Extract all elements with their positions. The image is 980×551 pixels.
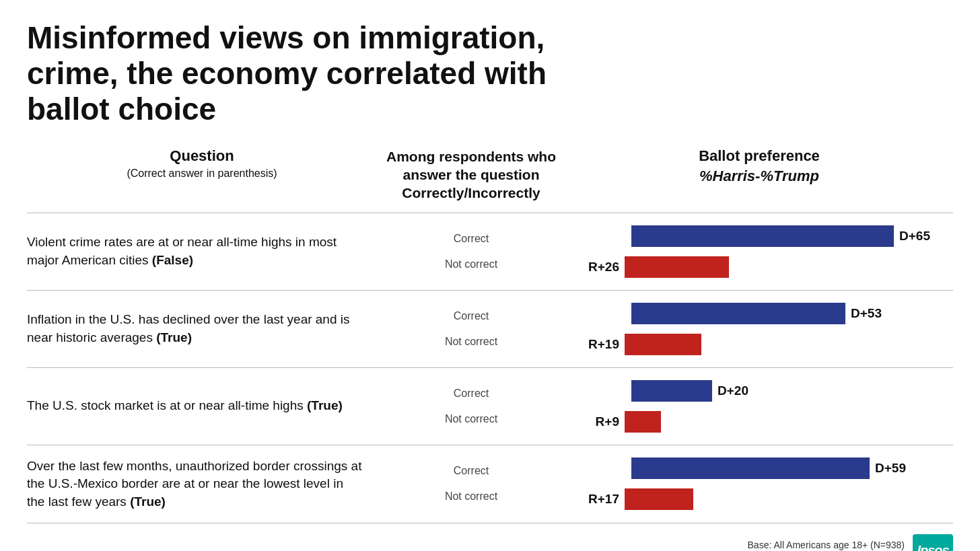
data-rows: Violent crime rates are at or near all-t… [27, 213, 953, 524]
correct-bar [631, 225, 894, 247]
not-correct-bar [625, 488, 693, 510]
not-correct-bar [625, 334, 701, 355]
not-correct-bar [625, 411, 661, 433]
main-title: Misinformed views on immigration, crime,… [27, 20, 633, 127]
table-row: Over the last few months, unauthorized b… [27, 445, 953, 524]
question-cell: The U.S. stock market is at or near all-… [27, 397, 377, 415]
not-correct-bar-row: R+9 [572, 411, 953, 433]
correct-value-label: D+20 [718, 383, 765, 398]
col-question-header: Question (Correct answer in parenthesis) [27, 147, 377, 203]
not-correct-label: Not correct [377, 258, 565, 270]
respondent-cell: CorrectNot correct [377, 465, 565, 503]
correct-value-label: D+53 [851, 306, 898, 321]
correct-bar [631, 457, 870, 479]
table-row: Inflation in the U.S. has declined over … [27, 291, 953, 368]
not-correct-value-label: R+26 [572, 260, 619, 274]
not-correct-bar-row: R+19 [572, 334, 953, 355]
footer: © Ipsos Week in Review Base: All America… [27, 534, 953, 551]
correct-bar [631, 303, 845, 324]
correct-label: Correct [377, 465, 565, 477]
chart-cell: D+20R+9 [565, 380, 953, 433]
table-header: Question (Correct answer in parenthesis)… [27, 147, 953, 206]
not-correct-bar-row: R+26 [572, 256, 953, 278]
correct-label: Correct [377, 310, 565, 322]
not-correct-bar [625, 256, 729, 278]
not-correct-value-label: R+17 [572, 492, 619, 507]
not-correct-value-label: R+9 [572, 414, 619, 429]
not-correct-bar-row: R+17 [572, 488, 953, 510]
respondent-cell: CorrectNot correct [377, 310, 565, 348]
correct-label: Correct [377, 388, 565, 400]
question-cell: Over the last few months, unauthorized b… [27, 457, 377, 511]
not-correct-value-label: R+19 [572, 337, 619, 352]
correct-bar-row: D+59 [572, 457, 953, 479]
correct-bar-row: D+65 [572, 225, 953, 247]
respondent-cell: CorrectNot correct [377, 388, 565, 425]
table-row: The U.S. stock market is at or near all-… [27, 368, 953, 445]
ipsos-logo: Ipsos [913, 534, 953, 551]
col-ballot-header: Ballot preference %Harris-%Trump [565, 147, 953, 203]
footer-right: Base: All Americans age 18+ (N=938) Sour… [618, 534, 953, 551]
correct-bar [631, 380, 712, 402]
not-correct-label: Not correct [377, 490, 565, 503]
not-correct-label: Not correct [377, 336, 565, 348]
correct-value-label: D+65 [899, 229, 946, 244]
question-cell: Inflation in the U.S. has declined over … [27, 311, 377, 346]
chart-cell: D+65R+26 [565, 225, 953, 278]
question-cell: Violent crime rates are at or near all-t… [27, 233, 377, 269]
chart-cell: D+53R+19 [565, 303, 953, 355]
correct-label: Correct [377, 233, 565, 245]
correct-bar-row: D+53 [572, 303, 953, 324]
respondent-cell: CorrectNot correct [377, 233, 565, 270]
source-text: Base: All Americans age 18+ (N=938) Sour… [618, 540, 905, 551]
not-correct-label: Not correct [377, 413, 565, 425]
col-respondents-header: Among respondents who answer the questio… [377, 147, 565, 203]
correct-bar-row: D+20 [572, 380, 953, 402]
correct-value-label: D+59 [875, 461, 922, 476]
chart-cell: D+59R+17 [565, 457, 953, 510]
table-row: Violent crime rates are at or near all-t… [27, 213, 953, 291]
